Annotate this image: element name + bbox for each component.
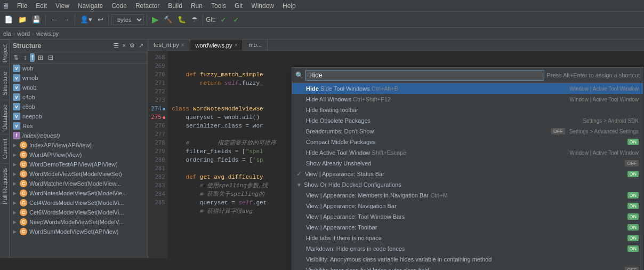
toggle-on: ON <box>627 139 639 145</box>
menu-git[interactable]: Git <box>230 1 247 11</box>
toggle-on: ON <box>627 192 639 198</box>
dropdown-item-hide-side[interactable]: Hide Side Tool Windows Ctrl+Alt+B Window… <box>292 83 643 94</box>
dropdown-item-anon-class[interactable]: Visibility: Anonymous class variable hid… <box>292 254 643 265</box>
sort-type-btn[interactable]: ↕ <box>22 53 28 62</box>
undo-btn[interactable]: ↩ <box>95 14 106 25</box>
menu-code[interactable]: Code <box>107 1 131 11</box>
sort-alpha-btn[interactable]: ⇅ <box>12 53 20 62</box>
dropdown-item-breadcrumbs[interactable]: Breadcrumbs: Don't Show OFF Settings > A… <box>292 126 643 137</box>
check-icon: ✓ <box>296 170 303 178</box>
menu-refactor[interactable]: Refactor <box>131 1 164 11</box>
struct-item-index[interactable]: f index(request) <box>10 131 148 140</box>
app-icon: 🖥 <box>2 2 10 10</box>
run-btn[interactable]: ▶ <box>150 13 160 26</box>
breadcrumb-word[interactable]: word <box>17 30 30 37</box>
menu-help[interactable]: Help <box>278 1 300 11</box>
breadcrumb-ela[interactable]: ela <box>3 30 11 37</box>
menu-view[interactable]: View <box>51 1 74 11</box>
dropdown-item-nav-bar[interactable]: View | Appearance: Navigation Bar ON <box>292 201 643 211</box>
struct-item-wordapiview[interactable]: ▶ C WordAPIView(View) <box>10 150 148 160</box>
structure-panel: Structure ☰ × ⚙ ↗ ⇅ ↕ f ⊞ ⊟ v wob v wmob <box>10 39 148 258</box>
dropdown-item-hide-obsolete[interactable]: Hide Obsolete Packages Settings > Androi… <box>292 115 643 126</box>
dropdown-item-hide-floating[interactable]: Hide floating toolbar <box>292 105 643 115</box>
tab-views[interactable]: word\views.py × <box>190 39 244 51</box>
toggle-off: OFF <box>625 267 639 270</box>
struct-item-worddemo[interactable]: ▶ C WordDemoTestAPIView(APIView) <box>10 160 148 169</box>
coverage-btn[interactable]: ☂ <box>189 14 200 25</box>
filter-btn2[interactable]: ⊞ <box>36 53 45 62</box>
dropdown-item-compact[interactable]: Compact Middle Packages ON <box>292 137 643 147</box>
struct-item-res[interactable]: v Res <box>10 121 148 131</box>
dropdown-item-hide-all[interactable]: Hide All Windows Ctrl+Shift+F12 Window |… <box>292 94 643 105</box>
actions-dropdown: 🔍 Press Alt+Enter to assign a shortcut H… <box>292 67 643 270</box>
menu-build[interactable]: Build <box>164 1 187 11</box>
dropdown-item-docked-configs[interactable]: ▼ Show Or Hide Docked Configurations <box>292 179 643 190</box>
dropdown-item-show-unshelved[interactable]: Show Already Unshelved OFF <box>292 158 643 169</box>
struct-item-c6ob[interactable]: v c6ob <box>10 102 148 112</box>
struct-name: WordSumModelViewSet(APIView) <box>29 228 119 235</box>
struct-item-cet6[interactable]: ▶ C Cet6WordsModelViewSet(ModelVi... <box>10 208 148 217</box>
sidebar-item-pull-requests[interactable]: Pull Requests <box>1 163 9 209</box>
sidebar-item-project[interactable]: Project <box>1 39 9 67</box>
dropdown-item-nav-bar-members[interactable]: View | Appearance: Members in Navigation… <box>292 190 643 201</box>
dropdown-item-hide-tabs[interactable]: Hide tabs if there is no space ON <box>292 233 643 243</box>
struct-item-wordmatcher[interactable]: ▶ C WordMatcherViewSet(ModelView... <box>10 179 148 188</box>
back-btn[interactable]: ← <box>49 14 60 25</box>
recent-files-btn[interactable]: 👤▾ <box>78 14 94 25</box>
struct-item-wordsum[interactable]: ▶ C WordSumModelViewSet(APIView) <box>10 227 148 236</box>
git-push-btn[interactable]: ✓ <box>231 14 241 25</box>
struct-item-neepob[interactable]: v neepob <box>10 112 148 121</box>
struct-item-neep[interactable]: ▶ C NeepWordsModelViewSet(ModelV... <box>10 217 148 227</box>
struct-item-indexapiview[interactable]: ▶ C IndexAPIView(APIView) <box>10 140 148 150</box>
sidebar-item-commit[interactable]: Commit <box>1 134 9 163</box>
filter-btn3[interactable]: ⊟ <box>46 53 55 62</box>
structure-close-icon[interactable]: × <box>122 42 127 50</box>
new-file-btn[interactable]: 📄 <box>2 14 15 25</box>
sidebar-item-database[interactable]: Database <box>1 100 9 134</box>
dropdown-item-inner-class[interactable]: Visibility: Inner class field hides oute… <box>292 265 643 270</box>
save-btn[interactable]: 💾 <box>30 14 43 25</box>
build-btn[interactable]: 🔨 <box>162 14 174 25</box>
structure-gear-icon[interactable]: ⚙ <box>128 42 136 50</box>
actions-search-input[interactable] <box>305 70 544 81</box>
tab-test[interactable]: test_nt.py × <box>148 39 190 51</box>
struct-item-wnob[interactable]: v wnob <box>10 83 148 92</box>
debug-btn[interactable]: 🐛 <box>175 14 188 25</box>
search-icon: 🔍 <box>295 72 303 79</box>
structure-title: Structure <box>13 42 41 50</box>
item-label: Show Or Hide Docked Configurations <box>304 181 639 188</box>
filter-f-btn[interactable]: f <box>30 53 35 62</box>
item-path: Window | Active Tool Window <box>569 150 639 156</box>
struct-item-cet4[interactable]: ▶ C Cet4WordsModelViewSet(ModelVi... <box>10 198 148 208</box>
git-check-btn[interactable]: ✓ <box>218 14 229 25</box>
menu-tools[interactable]: Tools <box>207 1 230 11</box>
struct-item-wob[interactable]: v wob <box>10 63 148 73</box>
struct-item-c4ob[interactable]: v c4ob <box>10 92 148 102</box>
dropdown-item-toolbar[interactable]: View | Appearance: Toolbar ON <box>292 222 643 233</box>
forward-btn[interactable]: → <box>61 14 72 25</box>
breadcrumb-file[interactable]: views.py <box>36 30 59 37</box>
dropdown-item-status-bar[interactable]: ✓ View | Appearance: Status Bar ON <box>292 169 643 179</box>
menu-file[interactable]: File <box>13 1 31 11</box>
menu-edit[interactable]: Edit <box>31 1 51 11</box>
dropdown-item-hide-active[interactable]: Hide Active Tool Window Shift+Escape Win… <box>292 147 643 158</box>
tab-test-close[interactable]: × <box>181 42 184 48</box>
tab-mo[interactable]: mo... <box>243 39 267 51</box>
struct-item-wordnotes[interactable]: ▶ C WordNotesModelViewSet(ModelVie... <box>10 188 148 198</box>
badge-v: v <box>13 122 20 130</box>
menu-run[interactable]: Run <box>187 1 207 11</box>
dropdown-item-markdown[interactable]: Markdown: Hide errors in code fences ON <box>292 243 643 254</box>
menu-window[interactable]: Window <box>247 1 278 11</box>
tab-views-close[interactable]: × <box>235 42 238 48</box>
struct-item-wordmodelviewset[interactable]: ▶ C WordModelViewSet(ModelViewSet) <box>10 169 148 179</box>
structure-arrow-icon[interactable]: ↗ <box>138 42 144 50</box>
struct-item-wmob[interactable]: v wmob <box>10 73 148 83</box>
encoding-dropdown[interactable]: bytes <box>111 14 144 25</box>
sidebar-item-structure[interactable]: Structure <box>1 67 9 100</box>
open-btn[interactable]: 📁 <box>16 14 29 25</box>
expand-icon: ▶ <box>13 171 17 177</box>
struct-name: WordNotesModelViewSet(ModelVie... <box>29 190 127 196</box>
dropdown-item-tool-window-bars[interactable]: View | Appearance: Tool Window Bars ON <box>292 211 643 222</box>
menu-navigate[interactable]: Navigate <box>74 1 107 11</box>
structure-settings-icon[interactable]: ☰ <box>112 42 120 50</box>
